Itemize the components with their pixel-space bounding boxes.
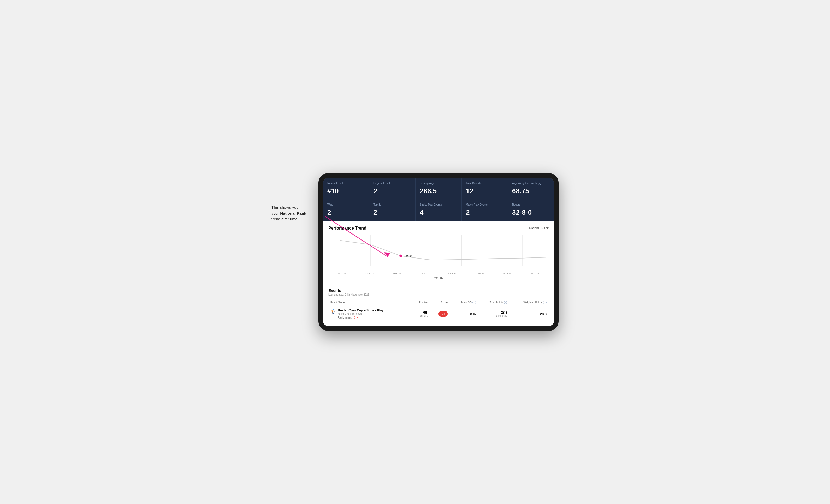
stat-top3s: Top 3s 2 (369, 199, 415, 221)
event-rank-impact: Rank Impact: 3 ▼ (338, 316, 383, 319)
stat-total-rounds: Total Rounds 12 (462, 178, 508, 199)
total-rounds-value: 3 Rounds (480, 314, 507, 317)
event-score: -22 (430, 306, 450, 322)
score-badge: -22 (439, 311, 448, 317)
stat-stroke-play-events: Stroke Play Events 4 (416, 199, 461, 221)
event-name-cell: 🏌️ Buster Cozy Cup – Stroke Play Oct 9 –… (328, 306, 411, 322)
event-sg: 0.45 (450, 306, 478, 322)
stat-label: Wins (327, 203, 365, 206)
scene: This shows you your National Rank trend … (272, 173, 558, 331)
col-score: Score (430, 299, 450, 306)
stat-value: 4 (420, 208, 457, 216)
stat-value: #10 (327, 187, 365, 195)
annotation-line3: trend over time (272, 217, 297, 221)
event-total-points: 28.3 3 Rounds (478, 306, 509, 322)
rank-impact-value: 3 (354, 316, 356, 319)
position-main: 6th (413, 310, 428, 314)
event-weighted-points: 28.3 (509, 306, 549, 322)
event-name: Buster Cozy Cup – Stroke Play (338, 309, 383, 312)
stat-national-rank: National Rank #10 (323, 178, 369, 199)
svg-text:• #10: • #10 (404, 254, 412, 258)
chart-svg: • #10 (328, 235, 549, 271)
annotation-line1: This shows you (272, 205, 298, 209)
col-event-sg: Event SG i (450, 299, 478, 306)
stat-value: 286.5 (420, 187, 457, 195)
stat-label: Stroke Play Events (420, 203, 457, 206)
stat-label: Scoring Avg. (420, 181, 457, 185)
col-position: Position (411, 299, 430, 306)
info-icon: i (538, 181, 541, 185)
performance-title: Performance Trend (328, 226, 366, 231)
events-last-updated: Last updated: 24th November 2023 (328, 293, 549, 296)
total-points-value: 28.3 (480, 311, 507, 314)
events-section: Events Last updated: 24th November 2023 … (323, 284, 554, 326)
chevron-down-icon: ▼ (356, 316, 359, 319)
axis-label-dec23: DEC 23 (383, 272, 411, 275)
event-position: 6th out of 7 (411, 306, 430, 322)
stat-value: 2 (374, 208, 411, 216)
stat-record: Record 32-8-0 (508, 199, 554, 221)
events-table-body: 🏌️ Buster Cozy Cup – Stroke Play Oct 9 –… (328, 306, 549, 322)
stat-scoring-avg: Scoring Avg. 286.5 (416, 178, 461, 199)
info-icon: i (504, 301, 507, 304)
stat-label: National Rank (327, 181, 365, 185)
stats-row-1: National Rank #10 Regional Rank 2 Scorin… (323, 178, 554, 199)
trend-marker (400, 254, 402, 257)
weighted-points-value: 28.3 (540, 312, 547, 316)
stat-value: 32-8-0 (512, 208, 550, 216)
tablet-device: National Rank #10 Regional Rank 2 Scorin… (318, 173, 558, 331)
x-axis-labels: OCT 23 NOV 23 DEC 23 JAN 24 FEB 24 MAR 2… (328, 271, 549, 275)
stat-value: 68.75 (512, 187, 550, 195)
stat-value: 12 (466, 187, 504, 195)
annotation-bold: National Rank (280, 211, 306, 215)
col-total-points: Total Points i (478, 299, 509, 306)
tablet-screen: National Rank #10 Regional Rank 2 Scorin… (323, 178, 554, 326)
stat-match-play-events: Match Play Events 2 (462, 199, 508, 221)
axis-label-jan24: JAN 24 (411, 272, 439, 275)
stat-label: Avg. Weighted Points i (512, 181, 550, 185)
stat-label: Total Rounds (466, 181, 504, 185)
performance-section: Performance Trend National Rank (323, 221, 554, 284)
performance-header: Performance Trend National Rank (328, 226, 549, 231)
info-icon: i (472, 301, 476, 304)
months-label: Months (328, 276, 549, 279)
event-icon: 🏌️ (330, 309, 336, 314)
axis-label-mar24: MAR 24 (466, 272, 494, 275)
stats-row-2: Wins 2 Top 3s 2 Stroke Play Events 4 Mat… (323, 199, 554, 221)
stat-regional-rank: Regional Rank 2 (369, 178, 415, 199)
event-date: Oct 9 – Oct 10, 2023 (338, 313, 383, 316)
events-table: Event Name Position Score Event SG i Tot… (328, 299, 549, 322)
stat-wins: Wins 2 (323, 199, 369, 221)
performance-subtitle: National Rank (529, 227, 549, 230)
stat-value: 2 (466, 208, 504, 216)
axis-label-may24: MAY 24 (521, 272, 549, 275)
stat-value: 2 (374, 187, 411, 195)
events-title: Events (328, 288, 549, 293)
axis-label-apr24: APR 24 (493, 272, 521, 275)
stat-label: Top 3s (374, 203, 411, 206)
col-event-name: Event Name (328, 299, 411, 306)
events-table-header: Event Name Position Score Event SG i Tot… (328, 299, 549, 306)
table-row: 🏌️ Buster Cozy Cup – Stroke Play Oct 9 –… (328, 306, 549, 322)
stat-value: 2 (327, 208, 365, 216)
position-sub: out of 7 (413, 314, 428, 317)
col-weighted-points: Weighted Points i (509, 299, 549, 306)
stat-label: Record (512, 203, 550, 206)
stat-avg-weighted-points: Avg. Weighted Points i 68.75 (508, 178, 554, 199)
axis-label-feb24: FEB 24 (439, 272, 466, 275)
info-icon: i (543, 301, 547, 304)
annotation: This shows you your National Rank trend … (272, 204, 306, 222)
stat-label: Regional Rank (374, 181, 411, 185)
axis-label-oct23: OCT 23 (328, 272, 356, 275)
axis-label-nov23: NOV 23 (356, 272, 384, 275)
stat-label: Match Play Events (466, 203, 504, 206)
annotation-line2-prefix: your (272, 211, 280, 215)
performance-chart: • #10 (328, 235, 549, 271)
